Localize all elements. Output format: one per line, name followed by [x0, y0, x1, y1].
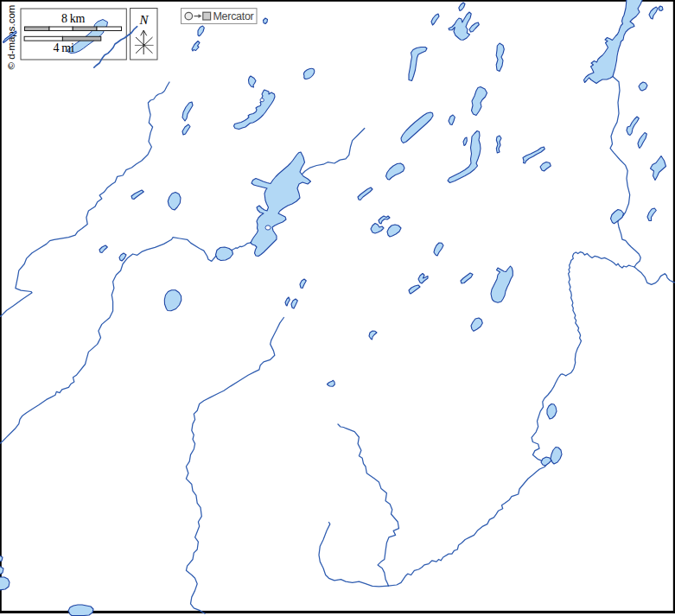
svg-text:8 km: 8 km [61, 12, 86, 25]
svg-text:N: N [138, 13, 149, 27]
svg-text:4 mi: 4 mi [53, 41, 73, 54]
svg-text:Mercator: Mercator [213, 10, 254, 22]
